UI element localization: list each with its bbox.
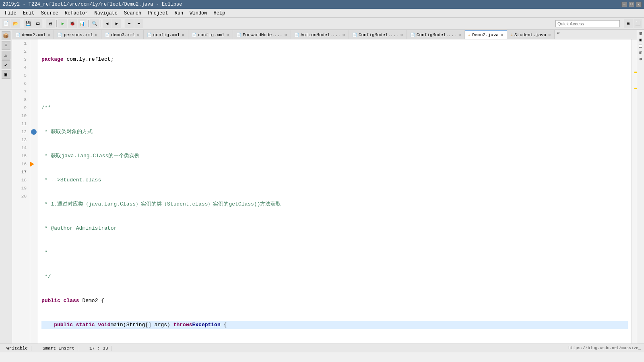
- minimize-pane-button[interactable]: ⬜: [634, 19, 642, 28]
- line-num-4: 4: [15, 64, 27, 72]
- code-line-6: * -->Student.class: [41, 176, 628, 184]
- new-button[interactable]: 📄: [2, 19, 10, 28]
- menu-search[interactable]: Search: [121, 10, 144, 17]
- editor-tabs: 📄 demo2.xml ✕ 📄 persons.xml ✕ 📄 demo3.xm…: [12, 30, 637, 39]
- code-line-1: package com.ly.reflect;: [41, 56, 628, 64]
- line-num-3: 3: [15, 56, 27, 64]
- tab-close-configmodel2[interactable]: ✕: [458, 33, 461, 37]
- minimize-button[interactable]: ─: [621, 2, 627, 7]
- open-button[interactable]: 📂: [11, 19, 20, 28]
- menu-source[interactable]: Source: [38, 10, 62, 17]
- maximize-button[interactable]: □: [629, 2, 634, 7]
- menu-window[interactable]: Window: [186, 10, 210, 17]
- menu-help[interactable]: Help: [211, 10, 229, 17]
- tab-studentjava[interactable]: ☕ Student.java ✕: [507, 30, 555, 39]
- gutter-15: [30, 152, 38, 160]
- tab-forwardmodel[interactable]: 📄 ForwardMode.... ✕: [233, 30, 291, 39]
- tab-configmodel2[interactable]: 📄 ConfigModel.... ✕: [407, 30, 465, 39]
- gutter-8: [30, 96, 38, 104]
- status-position: 17 : 33: [86, 346, 111, 351]
- tasks-icon[interactable]: ✔: [2, 60, 10, 69]
- package-explorer-icon[interactable]: 📦: [2, 31, 10, 40]
- toolbar: 📄 📂 💾 🗂 🖨 ▶ 🐞 📊 🔍 ◀ ▶ ⬅ ➡ ⊞ ⬜: [0, 18, 644, 30]
- tab-actionmodel[interactable]: 📄 ActionModel.... ✕: [291, 30, 349, 39]
- back-button[interactable]: ◀: [103, 19, 111, 28]
- next-edit-button[interactable]: ➡: [134, 19, 143, 28]
- line-num-20: 20: [15, 192, 27, 200]
- tab-close-studentjava[interactable]: ✕: [548, 33, 551, 37]
- code-line-2: [41, 80, 628, 88]
- print-button[interactable]: 🖨: [46, 19, 55, 28]
- status-url: https://blog.csdn.net/massive_: [568, 346, 641, 350]
- tab-close-configxml[interactable]: ✕: [182, 33, 185, 37]
- editor-area: 📄 demo2.xml ✕ 📄 persons.xml ✕ 📄 demo3.xm…: [12, 30, 637, 343]
- line-num-15: 15: [15, 152, 27, 160]
- tab-close-personsxml[interactable]: ✕: [95, 33, 98, 37]
- save-button[interactable]: 💾: [24, 19, 33, 28]
- menu-navigate[interactable]: Navigate: [91, 10, 121, 17]
- gutter-3: [30, 56, 38, 64]
- right-panel-icon-4[interactable]: ◫: [638, 50, 644, 56]
- gutter-17: [30, 168, 38, 176]
- tab-close-forwardmodel[interactable]: ✕: [284, 33, 287, 37]
- tab-demo2xml[interactable]: 📄 demo2.xml ✕: [12, 30, 54, 39]
- tab-overflow-button[interactable]: »: [555, 30, 562, 39]
- code-line-5: * 获取java.lang.Class的一个类实例: [41, 152, 628, 160]
- menu-file[interactable]: File: [2, 10, 20, 17]
- tab-close-demo2xml[interactable]: ✕: [47, 33, 50, 37]
- tab-close-configmodel1[interactable]: ✕: [400, 33, 403, 37]
- tab-close-configxml2[interactable]: ✕: [226, 33, 229, 37]
- tab-configxml2[interactable]: 📄 config.xml ✕: [188, 30, 233, 39]
- code-line-7: * 1,通过对应类（java.lang.Class）实例的类（Student.c…: [41, 200, 628, 208]
- right-panel-icon-3[interactable]: ☰: [638, 43, 644, 49]
- prev-edit-button[interactable]: ⬅: [125, 19, 134, 28]
- search-button[interactable]: 🔍: [90, 19, 99, 28]
- menu-project[interactable]: Project: [144, 10, 171, 17]
- gutter-16: [30, 160, 38, 168]
- tab-demo3xml[interactable]: 📄 demo3.xml ✕: [101, 30, 143, 39]
- quick-access-area: [555, 20, 620, 27]
- code-line-10: */: [41, 273, 628, 281]
- tab-demo2java[interactable]: ☕ Demo2.java ✕: [465, 30, 507, 39]
- line-num-9: 9: [15, 104, 27, 112]
- right-panel-icon-2[interactable]: ▣: [638, 37, 644, 43]
- tab-close-actionmodel[interactable]: ✕: [342, 33, 345, 37]
- line-num-19: 19: [15, 184, 27, 192]
- menu-edit[interactable]: Edit: [20, 10, 38, 17]
- tab-configxml[interactable]: 📄 config.xml ✕: [144, 30, 188, 39]
- coverage-button[interactable]: 📊: [78, 19, 87, 28]
- menu-refactor[interactable]: Refactor: [62, 10, 91, 17]
- save-all-button[interactable]: 🗂: [33, 19, 42, 28]
- window-controls: ─ □ ✕: [621, 2, 642, 7]
- forward-button[interactable]: ▶: [112, 19, 121, 28]
- menu-run[interactable]: Run: [171, 10, 187, 17]
- console-icon[interactable]: ▣: [2, 70, 10, 79]
- toolbar-sep-2: [44, 20, 44, 27]
- code-editor[interactable]: 1 2 3 4 5 6 7 8 9 10 11 12 13 14 15 16 1…: [12, 39, 637, 343]
- perspective-button[interactable]: ⊞: [624, 19, 633, 28]
- tab-close-demo3xml[interactable]: ✕: [137, 33, 140, 37]
- overview-ruler: [631, 39, 637, 343]
- close-button[interactable]: ✕: [636, 2, 642, 7]
- ruler-marker-1: [634, 72, 637, 73]
- tab-personsxml[interactable]: 📄 persons.xml ✕: [54, 30, 101, 39]
- line-num-16: 16: [15, 160, 27, 168]
- tab-configmodel1[interactable]: 📄 ConfigModel.... ✕: [349, 30, 407, 39]
- debug-button[interactable]: 🐞: [68, 19, 77, 28]
- run-button[interactable]: ▶: [58, 19, 67, 28]
- problems-icon[interactable]: ⚠: [2, 51, 10, 60]
- right-panel: ⊡ ▣ ☰ ◫ ⊕: [637, 30, 644, 343]
- gutter-12: [30, 128, 38, 136]
- right-panel-icon-5[interactable]: ⊕: [638, 56, 644, 62]
- code-line-11: public class Demo2 {: [41, 297, 628, 305]
- tab-close-demo2java[interactable]: ✕: [500, 33, 504, 37]
- tab-label-demo2xml: demo2.xml: [22, 33, 45, 37]
- toolbar-sep-4: [88, 20, 89, 27]
- right-panel-icon-1[interactable]: ⊡: [638, 31, 644, 36]
- code-content[interactable]: package com.ly.reflect; /** * 获取类对象的方式 *…: [38, 39, 631, 343]
- quick-access-input[interactable]: [555, 20, 620, 27]
- gutter-5: [30, 72, 38, 80]
- gutter-20: [30, 192, 38, 200]
- outline-icon[interactable]: ≡: [2, 41, 10, 50]
- left-sidebar: 📦 ≡ ⚠ ✔ ▣: [0, 30, 12, 343]
